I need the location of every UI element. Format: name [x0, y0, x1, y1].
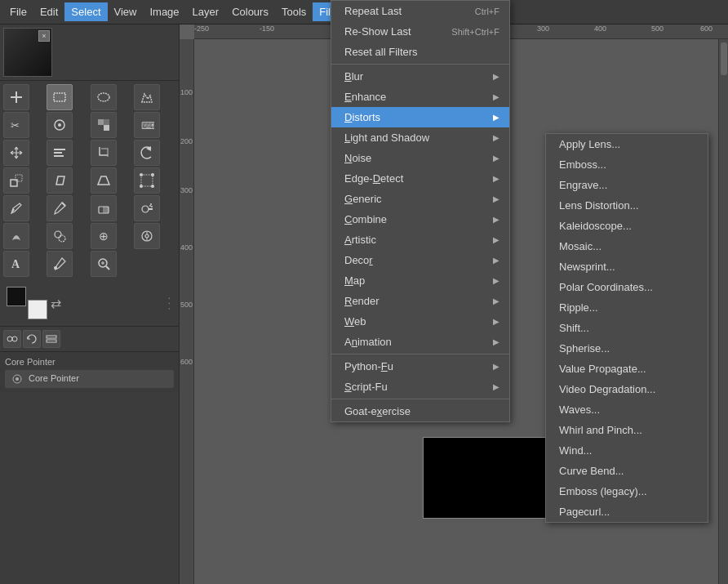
- image-thumbnail[interactable]: ×: [3, 28, 52, 77]
- menu-lens-distortion[interactable]: Lens Distortion...: [546, 195, 708, 216]
- ink-tool[interactable]: [3, 223, 29, 249]
- menu-polar-coordinates[interactable]: Polar Coordinates...: [546, 277, 708, 297]
- menu-render[interactable]: Render ▶: [331, 291, 509, 311]
- iscissors-tool[interactable]: ⌨: [134, 112, 160, 138]
- menu-tools[interactable]: Tools: [275, 2, 313, 21]
- ellipse-select-tool[interactable]: [91, 84, 117, 110]
- free-select-tool[interactable]: [134, 84, 160, 110]
- menu-value-propagate[interactable]: Value Propagate...: [546, 359, 708, 379]
- svg-rect-9: [104, 119, 109, 125]
- menu-blur[interactable]: Blur ▶: [331, 66, 509, 87]
- rotate-tool[interactable]: [134, 140, 160, 166]
- fuzzy-select-tool[interactable]: [47, 112, 73, 138]
- by-color-tool[interactable]: [91, 112, 117, 138]
- paintbrush-tool[interactable]: [47, 195, 73, 221]
- color-picker-tool[interactable]: [47, 251, 73, 277]
- menu-reshow-last[interactable]: Re-Show Last Shift+Ctrl+F: [331, 21, 509, 42]
- airbrush-tool[interactable]: [134, 195, 160, 221]
- menu-kaleidoscope[interactable]: Kaleidoscope...: [546, 216, 708, 236]
- perspective-tool[interactable]: [91, 167, 117, 194]
- menu-reset-filters[interactable]: Reset all Filters: [331, 42, 509, 62]
- shear-tool[interactable]: [47, 167, 73, 194]
- menu-ripple[interactable]: Ripple...: [546, 297, 708, 318]
- filters-menu: Repeat Last Ctrl+F Re-Show Last Shift+Ct…: [331, 0, 510, 422]
- vscrollbar-thumb[interactable]: [721, 42, 727, 75]
- menu-newsprint[interactable]: Newsprint...: [546, 256, 708, 277]
- menu-shift[interactable]: Shift...: [546, 318, 708, 338]
- menu-artistic[interactable]: Artistic ▶: [331, 230, 509, 250]
- menu-repeat-last[interactable]: Repeat Last Ctrl+F: [331, 1, 509, 21]
- menu-map[interactable]: Map ▶: [331, 270, 509, 291]
- menu-light-shadow[interactable]: Light and Shadow ▶: [331, 127, 509, 148]
- menu-image[interactable]: Image: [143, 2, 185, 21]
- move-tool[interactable]: [3, 140, 29, 166]
- menu-select[interactable]: Select: [64, 2, 107, 21]
- scissors-tool[interactable]: ✂: [3, 112, 29, 138]
- rect-select-tool[interactable]: [47, 84, 73, 110]
- menu-file[interactable]: File: [3, 2, 33, 21]
- ruler-mark: 600: [700, 25, 712, 34]
- menu-waves[interactable]: Waves...: [546, 399, 708, 420]
- text-tool[interactable]: A: [3, 251, 29, 277]
- svg-point-17: [140, 173, 143, 176]
- menu-goat-exercise[interactable]: Goat-exercise: [331, 401, 509, 421]
- menu-script-fu[interactable]: Script-Fu ▶: [331, 377, 509, 397]
- crop-tool[interactable]: [91, 140, 117, 166]
- fg-color[interactable]: [7, 287, 26, 306]
- menu-view[interactable]: View: [108, 2, 144, 21]
- layers-icon[interactable]: [42, 330, 60, 348]
- heal-tool[interactable]: ⊕: [91, 223, 117, 249]
- menu-pagecurl[interactable]: Pagecurl...: [546, 502, 708, 522]
- svg-rect-44: [47, 340, 56, 342]
- menu-noise[interactable]: Noise ▶: [331, 148, 509, 168]
- scale-tool[interactable]: [3, 167, 29, 194]
- svg-rect-13: [54, 155, 64, 157]
- menu-python-fu[interactable]: Python-Fu ▶: [331, 356, 509, 377]
- color-section: ⇄: [0, 280, 179, 326]
- menu-apply-lens[interactable]: Apply Lens...: [546, 134, 708, 154]
- close-image-button[interactable]: ×: [38, 30, 50, 42]
- menu-mosaic[interactable]: Mosaic...: [546, 236, 708, 256]
- menu-wind[interactable]: Wind...: [546, 440, 708, 461]
- expand-handle[interactable]: ···: [164, 296, 175, 312]
- menu-emboss-legacy[interactable]: Emboss (legacy)...: [546, 481, 708, 502]
- undo-icon[interactable]: [23, 330, 41, 348]
- svg-rect-8: [104, 125, 109, 131]
- swap-colors[interactable]: ⇄: [51, 296, 61, 311]
- new-guide-tool[interactable]: [3, 84, 29, 110]
- menu-video-degradation[interactable]: Video Degradation...: [546, 379, 708, 399]
- eraser-tool[interactable]: [91, 195, 117, 221]
- menu-whirl-pinch[interactable]: Whirl and Pinch...: [546, 420, 708, 440]
- perspective-clone-tool[interactable]: [134, 223, 160, 249]
- pencil-tool[interactable]: [3, 195, 29, 221]
- menu-edit[interactable]: Edit: [33, 2, 64, 21]
- menu-combine[interactable]: Combine ▶: [331, 209, 509, 230]
- svg-rect-1: [16, 91, 17, 103]
- tool-option-icon[interactable]: [3, 330, 21, 348]
- svg-point-25: [149, 205, 151, 207]
- menu-edge-detect[interactable]: Edge-Detect ▶: [331, 168, 509, 189]
- vscrollbar[interactable]: [718, 39, 728, 584]
- zoom-tool[interactable]: [91, 251, 117, 277]
- device-section: Core Pointer Core Pointer: [0, 351, 179, 393]
- menu-decor[interactable]: Decor ▶: [331, 250, 509, 270]
- svg-point-42: [12, 337, 17, 341]
- menu-enhance[interactable]: Enhance ▶: [331, 87, 509, 107]
- menu-emboss[interactable]: Emboss...: [546, 154, 708, 175]
- menu-curve-bend[interactable]: Curve Bend...: [546, 461, 708, 481]
- menu-web[interactable]: Web ▶: [331, 311, 509, 332]
- menu-spherise[interactable]: Spherise...: [546, 338, 708, 359]
- menu-animation[interactable]: Animation ▶: [331, 332, 509, 352]
- alignment-tool[interactable]: [47, 140, 73, 166]
- ruler-v-mark: 300: [180, 186, 193, 194]
- transform-tool[interactable]: [134, 167, 160, 194]
- menu-distorts[interactable]: Distorts ▶: [331, 107, 509, 127]
- menu-colours[interactable]: Colours: [225, 2, 275, 21]
- menu-layer[interactable]: Layer: [186, 2, 226, 21]
- svg-rect-15: [16, 175, 22, 181]
- clone-tool[interactable]: [47, 223, 73, 249]
- menu-generic[interactable]: Generic ▶: [331, 189, 509, 209]
- menu-engrave[interactable]: Engrave...: [546, 175, 708, 195]
- distorts-submenu: Apply Lens... Emboss... Engrave... Lens …: [545, 133, 708, 523]
- bg-color[interactable]: [28, 300, 47, 319]
